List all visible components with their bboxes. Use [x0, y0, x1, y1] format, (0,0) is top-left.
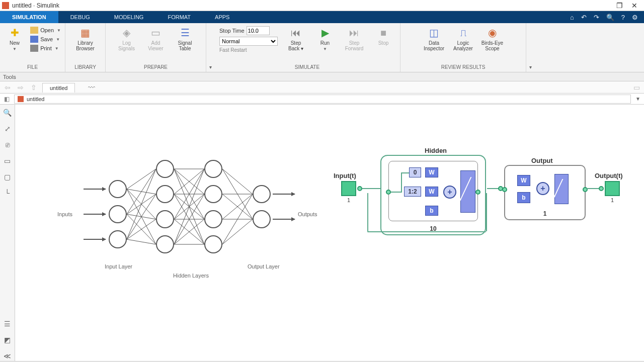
sum-hidden[interactable]: +: [443, 186, 456, 199]
tab-simulation[interactable]: SIMULATION: [0, 11, 58, 23]
bias-hidden[interactable]: b: [425, 206, 438, 216]
tab-format[interactable]: FORMAT: [155, 11, 203, 23]
step-back-button[interactable]: ⏮Step Back ▾: [283, 24, 309, 53]
weight-0[interactable]: W: [425, 167, 438, 177]
tools-bar: Tools: [0, 72, 644, 81]
sim-mode-select[interactable]: Normal: [219, 37, 278, 46]
signature-icon: 〰: [88, 83, 95, 92]
output-subsystem[interactable]: W b + 1: [504, 165, 586, 220]
help-icon[interactable]: ?: [621, 14, 625, 21]
title-bar: untitled · Simulink ❐ ✕: [0, 0, 644, 11]
neural-net-diagram[interactable]: Inputs Outputs Input Layer Hidden Layers…: [55, 155, 327, 276]
input-port-block[interactable]: 1: [341, 181, 356, 196]
new-button[interactable]: ✚ New ▼: [3, 24, 26, 53]
refresh-icon[interactable]: ≪: [3, 351, 13, 361]
print-button[interactable]: Print▼: [29, 44, 62, 52]
nav-up-icon[interactable]: ⇧: [29, 83, 38, 92]
output-block-label: Output: [531, 157, 553, 164]
tab-modeling[interactable]: MODELING: [102, 11, 156, 23]
input-block-label: Input(t): [334, 172, 356, 179]
prepare-expander-icon[interactable]: ▾: [206, 23, 214, 72]
svg-line-8: [127, 169, 156, 239]
fast-restart-button[interactable]: Fast Restart: [219, 47, 278, 53]
path-bar: ◧ untitled ▼: [0, 94, 644, 105]
redo-icon[interactable]: ↷: [594, 14, 599, 21]
bias-out[interactable]: b: [517, 192, 530, 203]
model-browser-toggle-icon[interactable]: ◧: [2, 96, 11, 103]
hidden-subsystem[interactable]: 0 W 1:2 W b + 10: [380, 155, 486, 235]
model-canvas[interactable]: Inputs Outputs Input Layer Hidden Layers…: [15, 105, 644, 361]
step-forward-button[interactable]: ⏭Step Forward: [341, 24, 367, 53]
weight-1[interactable]: W: [425, 187, 438, 197]
delay-12[interactable]: 1:2: [404, 187, 421, 197]
model-nav-bar: ⇦ ⇨ ⇧ untitled 〰 ▭: [0, 81, 644, 94]
output-port-label: Output(t): [595, 172, 623, 179]
nav-fwd-icon[interactable]: ⇨: [16, 83, 25, 92]
breadcrumb[interactable]: untitled: [14, 95, 631, 104]
run-button[interactable]: ▶Run▼: [312, 24, 338, 53]
weight-out[interactable]: W: [517, 175, 530, 186]
sum-out[interactable]: +: [536, 182, 549, 195]
zoom-tool-icon[interactable]: 🔍: [3, 108, 13, 118]
ribbon: ✚ New ▼ Open▼ Save▼ Print▼ FILE ▦ Librar…: [0, 23, 644, 72]
window-title: untitled · Simulink: [12, 2, 612, 9]
birds-eye-scope-button[interactable]: ◉Birds-Eye Scope: [479, 24, 506, 53]
image-icon[interactable]: ▢: [3, 172, 13, 182]
close-icon[interactable]: ✕: [627, 2, 642, 10]
review-expander-icon[interactable]: ▾: [526, 23, 534, 72]
layout-icon[interactable]: ▭: [632, 83, 641, 92]
fit-view-icon[interactable]: ⤢: [3, 124, 13, 134]
model-tab[interactable]: untitled: [42, 83, 75, 93]
svg-line-28: [222, 169, 253, 194]
signal-table-button[interactable]: ☰Signal Table: [172, 24, 198, 53]
open-button[interactable]: Open▼: [29, 26, 62, 34]
transfer-out[interactable]: [554, 174, 569, 204]
transfer-hidden[interactable]: [460, 170, 475, 213]
annotation-icon[interactable]: ⎚: [3, 140, 13, 150]
save-button[interactable]: Save▼: [29, 35, 62, 43]
add-viewer-button[interactable]: ▭Add Viewer: [143, 24, 169, 53]
breadcrumb-dropdown-icon[interactable]: ▼: [634, 96, 642, 102]
stop-button[interactable]: ■Stop: [370, 24, 396, 48]
svg-line-35: [222, 219, 253, 244]
stop-time-label: Stop Time: [219, 28, 245, 34]
app-icon: [2, 2, 9, 9]
library-browser-button[interactable]: ▦ Library Browser: [72, 24, 99, 53]
logic-analyzer-button[interactable]: ⎍Logic Analyzer: [450, 24, 476, 53]
tab-debug[interactable]: DEBUG: [58, 11, 102, 23]
data-inspector-button[interactable]: ◫Data Inspector: [421, 24, 447, 53]
stop-time-input[interactable]: [247, 26, 270, 35]
line-icon[interactable]: └: [3, 188, 13, 198]
explorer-icon[interactable]: ◩: [3, 335, 13, 345]
restore-down-icon[interactable]: ❐: [612, 2, 627, 10]
search-icon[interactable]: 🔍: [606, 14, 614, 21]
log-signals-button[interactable]: ◈Log Signals: [114, 24, 140, 53]
home-icon[interactable]: ⌂: [570, 14, 574, 21]
props-icon[interactable]: ☰: [3, 319, 13, 329]
tab-apps[interactable]: APPS: [203, 11, 242, 23]
quick-access-toolbar: ⌂ ↶ ↷ 🔍 ? ⚙: [570, 11, 644, 23]
model-icon: [18, 96, 24, 102]
output-port-block[interactable]: 1: [605, 181, 620, 196]
hidden-block-label: Hidden: [425, 147, 447, 154]
svg-line-4: [127, 169, 156, 214]
undo-icon[interactable]: ↶: [581, 14, 587, 21]
group-file-label: FILE: [3, 63, 62, 71]
area-icon[interactable]: ▭: [3, 156, 13, 166]
gear-icon[interactable]: ⚙: [632, 14, 638, 21]
svg-line-9: [127, 194, 156, 239]
nav-back-icon[interactable]: ⇦: [3, 83, 12, 92]
canvas-toolbar: 🔍 ⤢ ⎚ ▭ ▢ └ ☰ ◩ ≪: [0, 105, 15, 361]
delay-0[interactable]: 0: [409, 167, 421, 177]
ribbon-tab-strip: SIMULATION DEBUG MODELING FORMAT APPS ⌂ …: [0, 11, 644, 23]
